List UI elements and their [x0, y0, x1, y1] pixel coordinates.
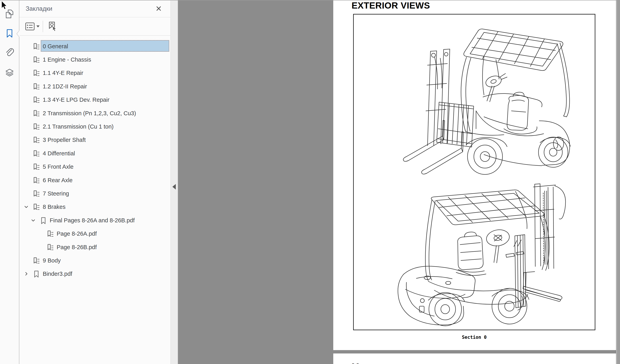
bookmark-item[interactable]: 6 Rear Axle	[19, 174, 170, 187]
paperclip-icon	[5, 48, 14, 58]
bookmark-label[interactable]: 1.1 4Y-E Repair	[43, 70, 83, 76]
bookmark-label[interactable]: 1.2 1DZ-II Repair	[43, 83, 87, 90]
bookmark-label[interactable]: 9 Body	[43, 257, 61, 264]
section-caption: Section 0	[353, 335, 595, 340]
bookmark-label[interactable]: 7 Steering	[43, 190, 69, 197]
bookmark-label[interactable]: 2 Transmission (Pn 1,2,3, Cu2, Cu3)	[43, 110, 136, 116]
forklift-front-view-illustration	[373, 17, 577, 179]
bookmark-page-icon	[33, 257, 40, 265]
bookmark-flag-icon	[40, 217, 46, 224]
bookmark-item[interactable]: 9 Body	[19, 254, 170, 267]
bookmark-label[interactable]: Final Pages 8-26A and 8-26B.pdf	[50, 217, 135, 223]
bookmarks-toolbar	[19, 17, 170, 36]
top-border	[0, 0, 620, 0]
page-thumbnails-button[interactable]	[0, 7, 19, 22]
forklift-rear-view-illustration	[387, 179, 570, 330]
document-page-2: M	[333, 353, 616, 364]
bookmark-flag-icon	[33, 270, 40, 278]
bookmark-page-icon	[33, 43, 40, 50]
bookmark-page-icon	[47, 230, 53, 238]
page-thumbnails-icon	[5, 9, 14, 19]
bookmark-item[interactable]: 1 Engine - Chassis	[19, 53, 170, 66]
bookmarks-panel: Закладки	[19, 0, 170, 364]
expand-current-bookmark-button[interactable]	[48, 21, 57, 31]
bookmark-page-icon	[33, 83, 40, 91]
bookmark-label[interactable]: 3 Propeller Shaft	[43, 137, 86, 143]
bookmark-label[interactable]: Page 8-26A.pdf	[57, 231, 97, 237]
bookmark-label[interactable]: 4 Differential	[43, 150, 75, 157]
bookmark-options-button[interactable]	[25, 22, 35, 30]
bookmark-page-icon	[33, 96, 40, 104]
bookmark-label[interactable]: 1 Engine - Chassis	[43, 57, 91, 63]
bookmark-expander-down-icon[interactable]	[31, 218, 35, 222]
document-page-1: EXTERIOR VIEWS	[333, 0, 616, 350]
vertical-scrollbar[interactable]	[616, 0, 620, 364]
bookmark-label[interactable]: 0 General	[43, 43, 68, 49]
bookmark-page-icon	[33, 136, 40, 144]
bookmark-list: 0 General1 Engine - Chassis1.1 4Y-E Repa…	[19, 36, 170, 280]
bookmark-page-icon	[33, 163, 40, 171]
pdf-reader-window: Закладки	[0, 0, 620, 364]
toolbar-divider	[43, 21, 43, 32]
page2-partial-heading: M	[352, 361, 359, 364]
bookmark-label[interactable]: 1.3 4Y-E LPG Dev. Repair	[43, 97, 109, 103]
bookmark-label[interactable]: 5 Front Axle	[43, 163, 74, 170]
navigation-icon-bar	[0, 0, 19, 364]
options-caret-icon[interactable]	[36, 25, 40, 28]
bookmark-page-icon	[33, 177, 40, 184]
options-list-icon	[25, 22, 35, 30]
bookmark-item[interactable]: 1.1 4Y-E Repair	[19, 66, 170, 80]
bookmark-page-icon	[33, 70, 40, 77]
bookmarks-icon	[6, 29, 14, 39]
bookmark-item[interactable]: 2.1 Transmission (Cu 1 ton)	[19, 120, 170, 133]
bookmark-item[interactable]: 0 General	[19, 40, 170, 53]
bookmark-item[interactable]: 5 Front Axle	[19, 160, 170, 174]
bookmark-label[interactable]: 6 Rear Axle	[43, 177, 73, 183]
collapse-panel-arrow-icon[interactable]	[172, 184, 176, 189]
layers-icon	[5, 68, 14, 78]
bookmark-item[interactable]: 7 Steering	[19, 187, 170, 200]
bookmark-expander-down-icon[interactable]	[24, 205, 29, 209]
bookmark-item[interactable]: 1.2 1DZ-II Repair	[19, 80, 170, 93]
bookmark-label[interactable]: 8 Brakes	[43, 204, 65, 210]
bookmarks-panel-header: Закладки	[19, 0, 170, 17]
bookmark-page-icon	[33, 190, 40, 198]
bookmark-item[interactable]: Binder3.pdf	[19, 267, 170, 280]
bookmark-page-icon	[33, 110, 40, 117]
panel-collapse-gutter[interactable]	[170, 0, 178, 364]
exterior-views-figure-frame	[353, 14, 595, 330]
bookmark-page-icon	[33, 123, 40, 131]
close-icon	[155, 5, 162, 12]
bookmark-label[interactable]: Page 8-26B.pdf	[57, 244, 97, 250]
page-heading: EXTERIOR VIEWS	[352, 0, 430, 11]
bookmark-page-icon	[33, 56, 40, 64]
panel-title: Закладки	[26, 0, 52, 17]
bookmark-item[interactable]: 1.3 4Y-E LPG Dev. Repair	[19, 93, 170, 106]
locate-bookmark-icon	[48, 21, 57, 31]
bookmark-label[interactable]: 2.1 Transmission (Cu 1 ton)	[43, 123, 113, 130]
bookmark-page-icon	[33, 204, 40, 211]
bookmark-label[interactable]: Binder3.pdf	[43, 271, 72, 277]
close-panel-button[interactable]	[155, 5, 162, 12]
bookmark-page-icon	[47, 244, 53, 251]
bookmark-item[interactable]: Page 8-26A.pdf	[19, 227, 170, 240]
bookmark-item[interactable]: 8 Brakes	[19, 200, 170, 214]
bookmark-item[interactable]: Final Pages 8-26A and 8-26B.pdf	[19, 214, 170, 227]
attachments-button[interactable]	[0, 45, 19, 60]
bookmark-expander-right-icon[interactable]	[24, 272, 29, 276]
bookmark-item[interactable]: 4 Differential	[19, 147, 170, 160]
layers-button[interactable]	[0, 66, 19, 81]
bookmark-item[interactable]: 3 Propeller Shaft	[19, 133, 170, 147]
bookmark-item[interactable]: Page 8-26B.pdf	[19, 240, 170, 254]
bookmark-page-icon	[33, 150, 40, 158]
bookmark-item[interactable]: 2 Transmission (Pn 1,2,3, Cu2, Cu3)	[19, 106, 170, 120]
